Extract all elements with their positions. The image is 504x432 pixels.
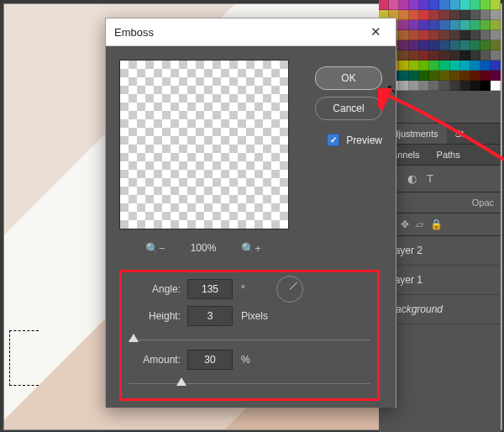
swatch[interactable]	[480, 40, 491, 50]
swatch[interactable]	[439, 40, 449, 50]
swatch[interactable]	[399, 81, 409, 91]
swatch[interactable]	[399, 30, 409, 40]
swatch[interactable]	[399, 40, 409, 50]
swatch[interactable]	[480, 10, 491, 20]
swatch[interactable]	[399, 61, 409, 71]
swatch[interactable]	[491, 81, 501, 91]
swatch[interactable]	[429, 71, 439, 81]
swatch[interactable]	[491, 61, 501, 71]
swatch[interactable]	[460, 81, 470, 91]
amount-input[interactable]	[187, 350, 233, 370]
swatch[interactable]	[439, 10, 449, 20]
swatch[interactable]	[450, 81, 460, 91]
swatch[interactable]	[491, 71, 501, 81]
swatch[interactable]	[429, 50, 439, 61]
close-icon[interactable]: ✕	[364, 24, 387, 40]
height-slider[interactable]	[129, 331, 370, 343]
swatch[interactable]	[450, 71, 460, 81]
swatch[interactable]	[491, 0, 501, 10]
angle-input[interactable]	[187, 279, 233, 299]
swatch[interactable]	[480, 71, 491, 81]
swatch[interactable]	[450, 40, 460, 50]
swatch[interactable]	[399, 71, 409, 81]
swatch[interactable]	[399, 50, 409, 61]
swatch[interactable]	[460, 30, 470, 40]
swatch[interactable]	[419, 40, 429, 50]
swatch[interactable]	[460, 40, 470, 50]
swatch[interactable]	[480, 0, 491, 10]
swatch[interactable]	[480, 50, 491, 61]
swatch[interactable]	[419, 50, 429, 61]
artboard-icon[interactable]: ▱	[416, 219, 423, 230]
swatch[interactable]	[460, 10, 470, 20]
swatch[interactable]	[439, 81, 449, 91]
swatch[interactable]	[379, 0, 389, 10]
swatch[interactable]	[470, 10, 480, 20]
angle-dial[interactable]	[276, 276, 303, 303]
swatch[interactable]	[450, 61, 460, 71]
swatch[interactable]	[409, 81, 419, 91]
swatch[interactable]	[470, 81, 480, 91]
zoom-out-icon[interactable]: 🔍−	[145, 242, 165, 255]
swatch[interactable]	[419, 30, 429, 40]
swatch[interactable]	[409, 0, 419, 10]
swatch[interactable]	[429, 30, 439, 40]
swatch[interactable]	[439, 0, 449, 10]
swatch[interactable]	[409, 40, 419, 50]
swatch[interactable]	[439, 20, 449, 30]
swatch[interactable]	[450, 50, 460, 61]
cancel-button[interactable]: Cancel	[315, 97, 382, 120]
height-input[interactable]	[187, 306, 233, 326]
swatch[interactable]	[399, 20, 409, 30]
swatch[interactable]	[399, 0, 409, 10]
swatch[interactable]	[419, 81, 429, 91]
swatch[interactable]	[399, 10, 409, 20]
swatch[interactable]	[409, 10, 419, 20]
swatch[interactable]	[439, 61, 449, 71]
swatch[interactable]	[409, 61, 419, 71]
preview-checkbox[interactable]: ✓	[327, 134, 339, 146]
swatch[interactable]	[429, 40, 439, 50]
swatch[interactable]	[409, 71, 419, 81]
swatch[interactable]	[439, 30, 449, 40]
swatch[interactable]	[429, 20, 439, 30]
swatch[interactable]	[460, 50, 470, 61]
swatch[interactable]	[419, 0, 429, 10]
ok-button[interactable]: OK	[315, 66, 382, 90]
swatch[interactable]	[470, 61, 480, 71]
swatch[interactable]	[491, 30, 501, 40]
move-lock-icon[interactable]: ✥	[401, 219, 409, 230]
swatch[interactable]	[429, 0, 439, 10]
amount-slider[interactable]	[129, 375, 370, 387]
layer-item-background[interactable]: Background	[379, 295, 501, 324]
swatch[interactable]	[450, 0, 460, 10]
swatch[interactable]	[491, 10, 501, 20]
swatch[interactable]	[460, 61, 470, 71]
swatch[interactable]	[429, 10, 439, 20]
swatch[interactable]	[480, 30, 491, 40]
swatch[interactable]	[480, 20, 491, 30]
swatch[interactable]	[419, 20, 429, 30]
swatch[interactable]	[419, 61, 429, 71]
dialog-titlebar[interactable]: Emboss ✕	[106, 18, 396, 46]
swatch[interactable]	[470, 0, 480, 10]
filter-type-icon[interactable]: T	[427, 172, 433, 185]
swatch[interactable]	[491, 50, 501, 61]
swatch[interactable]	[419, 10, 429, 20]
swatch[interactable]	[470, 71, 480, 81]
swatch[interactable]	[470, 40, 480, 50]
swatch[interactable]	[450, 20, 460, 30]
swatch[interactable]	[480, 81, 491, 91]
effect-preview[interactable]	[119, 60, 289, 229]
layer-item[interactable]: Layer 1	[379, 266, 501, 295]
swatch[interactable]	[439, 50, 449, 61]
swatch[interactable]	[470, 20, 480, 30]
layer-item[interactable]: Layer 2	[379, 236, 501, 266]
swatch[interactable]	[409, 30, 419, 40]
tab-paths[interactable]: Paths	[428, 145, 469, 165]
swatch[interactable]	[419, 71, 429, 81]
lock-icon[interactable]: 🔒	[430, 219, 443, 230]
swatch[interactable]	[409, 50, 419, 61]
swatch[interactable]	[389, 0, 399, 10]
swatch[interactable]	[429, 81, 439, 91]
